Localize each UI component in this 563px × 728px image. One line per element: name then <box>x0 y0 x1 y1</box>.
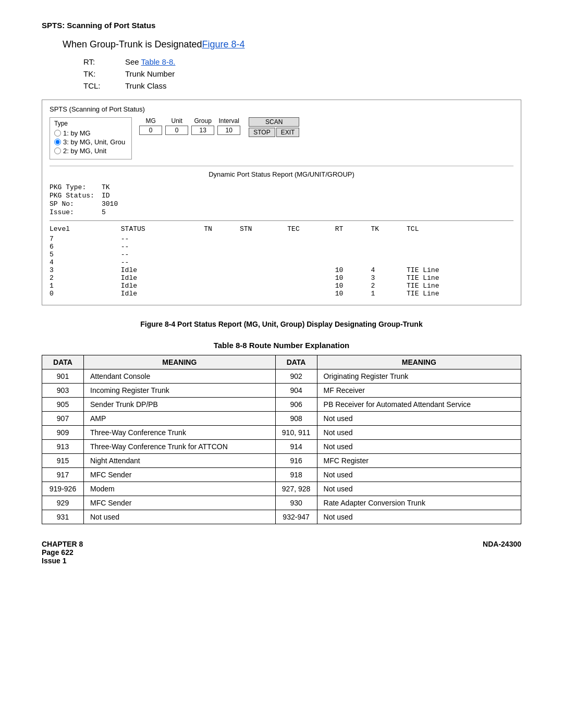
table-link[interactable]: Table 8-8. <box>141 57 176 66</box>
cell-stn <box>240 282 287 290</box>
scan-button[interactable]: SCAN <box>249 117 299 127</box>
cell-tec <box>287 243 335 251</box>
cell-status: Idle <box>121 274 204 282</box>
cell-rt <box>335 258 371 266</box>
field-interval: Interval <box>217 117 240 135</box>
exit-button[interactable]: EXIT <box>276 128 300 137</box>
table-row: 901Attendant Console902Originating Regis… <box>42 369 521 384</box>
meta-key-pkg-status: PKG Status: <box>50 192 102 200</box>
cell-meaning2: Originating Register Trunk <box>317 369 521 384</box>
cell-data1: 919-926 <box>42 482 84 496</box>
cell-tn <box>204 243 240 251</box>
meta-val-pkg-type: TK <box>102 183 110 191</box>
cell-level: 0 <box>50 290 121 298</box>
cell-rt <box>335 235 371 243</box>
cell-data2: 914 <box>275 440 317 454</box>
table-row: 909Three-Way Conference Trunk910, 911Not… <box>42 426 521 440</box>
footer-page: Page 622 <box>42 548 83 557</box>
field-label-rt: RT: <box>83 57 125 66</box>
cell-data2: 902 <box>275 369 317 384</box>
cell-data2: 906 <box>275 398 317 412</box>
spts-divider <box>50 220 513 221</box>
cell-level: 4 <box>50 258 121 266</box>
radio-2[interactable] <box>54 139 61 145</box>
col-rt: RT <box>335 225 371 235</box>
cell-tec <box>287 258 335 266</box>
stop-button[interactable]: STOP <box>249 128 275 137</box>
spts-table-body: 7--6--5--4--3Idle104TIE Line2Idle103TIE … <box>50 235 513 298</box>
col-data2: DATA <box>275 355 317 369</box>
cell-tec <box>287 251 335 258</box>
table-row: 4-- <box>50 258 513 266</box>
cell-tk: 3 <box>371 274 407 282</box>
cell-meaning2: MFC Register <box>317 454 521 468</box>
cell-meaning1: Sender Trunk DP/PB <box>84 398 276 412</box>
table-row: 7-- <box>50 235 513 243</box>
cell-tk <box>371 235 407 243</box>
cell-data2: 932-947 <box>275 510 317 524</box>
radio-label-1: 1: by MG <box>63 129 91 137</box>
field-label-tcl: TCL: <box>83 81 125 90</box>
radio-1[interactable] <box>54 130 61 137</box>
meta-val-pkg-status: ID <box>102 192 110 200</box>
table-row: 929MFC Sender930Rate Adapter Conversion … <box>42 496 521 510</box>
table-row: 917MFC Sender918Not used <box>42 468 521 482</box>
cell-status: Idle <box>121 266 204 274</box>
subtitle-text: When Group-Trunk is Designated <box>63 39 202 50</box>
spts-controls-row: Type 1: by MG 3: by MG, Unit, Grou 2: by… <box>50 117 513 159</box>
field-label-tk: TK: <box>83 69 125 78</box>
cell-tk: 2 <box>371 282 407 290</box>
cell-meaning2: Not used <box>317 440 521 454</box>
cell-status: -- <box>121 235 204 243</box>
cell-meaning2: Not used <box>317 412 521 426</box>
cell-data2: 908 <box>275 412 317 426</box>
field-interval-input[interactable] <box>217 126 240 135</box>
cell-stn <box>240 266 287 274</box>
cell-tn <box>204 282 240 290</box>
cell-tec <box>287 235 335 243</box>
radio-option-2[interactable]: 3: by MG, Unit, Grou <box>54 138 125 146</box>
field-unit-input[interactable] <box>165 126 188 135</box>
radio-option-3[interactable]: 2: by MG, Unit <box>54 147 125 155</box>
cell-stn <box>240 235 287 243</box>
cell-meaning2: MF Receiver <box>317 384 521 398</box>
cell-rt: 10 <box>335 274 371 282</box>
field-mg: MG <box>139 117 162 135</box>
table-row: 915Night Attendant916MFC Register <box>42 454 521 468</box>
footer-left: CHAPTER 8 Page 622 Issue 1 <box>42 540 83 565</box>
figure-link[interactable]: Figure 8-4 <box>202 39 244 50</box>
figure-caption: Figure 8-4 Port Status Report (MG, Unit,… <box>42 320 521 328</box>
meta-row-pkg-status: PKG Status: ID <box>50 192 513 200</box>
cell-meaning1: Incoming Register Trunk <box>84 384 276 398</box>
cell-data1: 907 <box>42 412 84 426</box>
section-title: SPTS: Scanning of Port Status <box>42 21 521 30</box>
cell-data2: 930 <box>275 496 317 510</box>
field-row-rt: RT: See Table 8-8. <box>83 57 521 66</box>
field-group-input[interactable] <box>191 126 214 135</box>
spts-report-title: Dynamic Port Status Report (MG/UNIT/GROU… <box>50 170 513 178</box>
field-value-rt: See Table 8-8. <box>125 57 521 66</box>
field-unit-label: Unit <box>172 117 182 125</box>
radio-option-1[interactable]: 1: by MG <box>54 129 125 137</box>
meta-val-sp-no: 3010 <box>102 200 118 208</box>
field-mg-input[interactable] <box>139 126 162 135</box>
cell-tec <box>287 266 335 274</box>
spts-meta: PKG Type: TK PKG Status: ID SP No: 3010 … <box>50 183 513 216</box>
cell-data1: 909 <box>42 426 84 440</box>
radio-3[interactable] <box>54 147 61 154</box>
cell-level: 7 <box>50 235 121 243</box>
cell-tk: 4 <box>371 266 407 274</box>
meta-key-sp-no: SP No: <box>50 200 102 208</box>
cell-meaning1: MFC Sender <box>84 496 276 510</box>
cell-tn <box>204 266 240 274</box>
spts-status-table: Level STATUS TN STN TEC RT TK TCL 7--6--… <box>50 225 513 298</box>
field-row-tk: TK: Trunk Number <box>83 69 521 78</box>
cell-tcl <box>407 251 513 258</box>
data-table: DATA MEANING DATA MEANING 901Attendant C… <box>42 355 521 524</box>
field-mg-label: MG <box>146 117 156 125</box>
col-meaning1: MEANING <box>84 355 276 369</box>
cell-meaning1: Night Attendant <box>84 454 276 468</box>
cell-status: Idle <box>121 290 204 298</box>
cell-tk <box>371 258 407 266</box>
cell-data1: 931 <box>42 510 84 524</box>
